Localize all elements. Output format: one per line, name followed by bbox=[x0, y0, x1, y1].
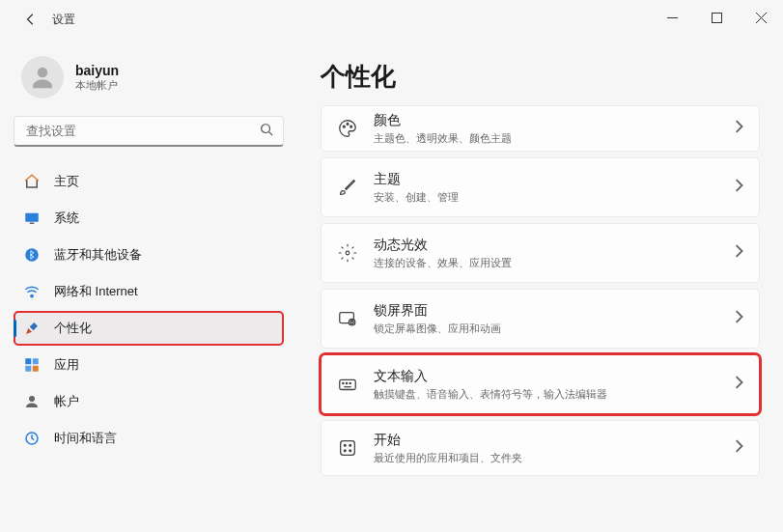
card-themes[interactable]: 主题 安装、创建、管理 bbox=[321, 157, 760, 217]
page-title: 个性化 bbox=[321, 60, 760, 94]
chevron-right-icon bbox=[734, 179, 743, 196]
card-subtitle: 最近使用的应用和项目、文件夹 bbox=[374, 451, 720, 465]
card-subtitle: 锁定屏幕图像、应用和动画 bbox=[374, 322, 720, 336]
sidebar-item-label: 系统 bbox=[54, 210, 79, 227]
card-subtitle: 主题色、透明效果、颜色主题 bbox=[374, 131, 720, 146]
palette-icon bbox=[335, 116, 360, 141]
sidebar-item-home[interactable]: 主页 bbox=[14, 164, 284, 199]
card-subtitle: 安装、创建、管理 bbox=[374, 190, 720, 205]
sidebar-item-personalization[interactable]: 个性化 bbox=[14, 311, 284, 346]
svg-rect-7 bbox=[25, 213, 39, 222]
svg-point-10 bbox=[31, 294, 33, 296]
svg-line-6 bbox=[269, 131, 273, 135]
card-title: 动态光效 bbox=[374, 237, 720, 254]
svg-point-27 bbox=[350, 382, 350, 383]
svg-point-33 bbox=[350, 450, 351, 452]
card-dynamic-lighting[interactable]: 动态光效 连接的设备、效果、应用设置 bbox=[321, 223, 760, 283]
card-title: 颜色 bbox=[374, 112, 720, 129]
card-title: 主题 bbox=[374, 171, 720, 188]
chevron-right-icon bbox=[734, 439, 743, 457]
chevron-right-icon bbox=[734, 244, 743, 262]
svg-rect-29 bbox=[341, 441, 355, 456]
chevron-right-icon bbox=[734, 310, 743, 327]
card-lock-screen[interactable]: 锁屏界面 锁定屏幕图像、应用和动画 bbox=[321, 289, 760, 349]
apps-icon bbox=[23, 356, 41, 374]
sparkle-icon bbox=[335, 240, 360, 266]
svg-rect-8 bbox=[30, 223, 35, 225]
chevron-right-icon bbox=[734, 120, 743, 137]
card-title: 开始 bbox=[374, 432, 720, 449]
svg-point-32 bbox=[344, 450, 346, 452]
sidebar-item-accounts[interactable]: 帐户 bbox=[14, 384, 284, 419]
sidebar-item-label: 应用 bbox=[54, 356, 79, 374]
svg-point-20 bbox=[346, 251, 350, 255]
window-minimize[interactable] bbox=[650, 0, 694, 35]
bluetooth-icon bbox=[23, 246, 41, 264]
wifi-icon bbox=[23, 283, 41, 300]
svg-rect-1 bbox=[712, 13, 721, 22]
svg-point-30 bbox=[344, 444, 346, 446]
main-content: 个性化 颜色 主题色、透明效果、颜色主题 主题 bbox=[297, 39, 783, 532]
svg-rect-12 bbox=[33, 358, 39, 364]
svg-point-9 bbox=[25, 248, 39, 262]
sidebar-item-network[interactable]: 网络和 Internet bbox=[14, 274, 284, 309]
svg-point-5 bbox=[262, 124, 270, 132]
card-title: 锁屏界面 bbox=[374, 302, 720, 320]
back-button[interactable] bbox=[17, 6, 44, 33]
system-icon bbox=[23, 210, 41, 227]
card-colors[interactable]: 颜色 主题色、透明效果、颜色主题 bbox=[321, 105, 760, 152]
svg-point-4 bbox=[38, 68, 48, 78]
time-language-icon bbox=[23, 430, 41, 447]
svg-point-15 bbox=[29, 396, 35, 402]
search-input[interactable] bbox=[24, 123, 260, 139]
card-text-input[interactable]: 文本输入 触摸键盘、语音输入、表情符号等，输入法编辑器 bbox=[321, 354, 760, 414]
sidebar-item-label: 个性化 bbox=[54, 320, 92, 337]
search-icon bbox=[260, 123, 273, 140]
chevron-right-icon bbox=[734, 376, 743, 393]
svg-rect-24 bbox=[340, 379, 356, 389]
svg-rect-11 bbox=[25, 358, 31, 364]
svg-point-18 bbox=[347, 124, 349, 126]
lock-screen-icon bbox=[335, 306, 360, 331]
profile-section[interactable]: baiyun 本地帐户 bbox=[14, 48, 284, 116]
search-box[interactable] bbox=[14, 116, 284, 147]
svg-point-26 bbox=[346, 382, 347, 383]
window-close[interactable] bbox=[739, 0, 783, 35]
sidebar: baiyun 本地帐户 主页 系统 bbox=[0, 39, 297, 532]
brush-icon bbox=[335, 175, 360, 200]
sidebar-item-label: 蓝牙和其他设备 bbox=[54, 246, 142, 264]
card-start[interactable]: 开始 最近使用的应用和项目、文件夹 bbox=[321, 420, 760, 476]
sidebar-item-label: 网络和 Internet bbox=[54, 283, 138, 300]
svg-point-31 bbox=[350, 444, 351, 446]
sidebar-item-label: 主页 bbox=[54, 173, 79, 190]
sidebar-item-apps[interactable]: 应用 bbox=[14, 348, 284, 382]
sidebar-item-system[interactable]: 系统 bbox=[14, 201, 284, 236]
svg-rect-14 bbox=[33, 366, 39, 372]
sidebar-item-label: 帐户 bbox=[54, 393, 79, 410]
profile-subtitle: 本地帐户 bbox=[75, 78, 119, 93]
profile-name: baiyun bbox=[75, 63, 119, 78]
svg-point-19 bbox=[350, 126, 352, 127]
svg-point-17 bbox=[343, 126, 345, 127]
start-icon bbox=[335, 435, 360, 461]
accounts-icon bbox=[23, 393, 41, 410]
sidebar-item-bluetooth[interactable]: 蓝牙和其他设备 bbox=[14, 238, 284, 272]
nav-list: 主页 系统 蓝牙和其他设备 网络和 Internet bbox=[14, 164, 284, 456]
card-subtitle: 连接的设备、效果、应用设置 bbox=[374, 256, 720, 270]
settings-card-list: 颜色 主题色、透明效果、颜色主题 主题 安装、创建、管理 bbox=[321, 105, 760, 457]
keyboard-icon bbox=[335, 372, 360, 397]
card-subtitle: 触摸键盘、语音输入、表情符号等，输入法编辑器 bbox=[374, 387, 720, 402]
svg-rect-13 bbox=[25, 366, 31, 372]
avatar bbox=[21, 56, 64, 98]
home-icon bbox=[23, 173, 41, 190]
sidebar-item-time-language[interactable]: 时间和语言 bbox=[14, 421, 284, 456]
card-title: 文本输入 bbox=[374, 368, 720, 385]
app-title: 设置 bbox=[52, 12, 75, 28]
sidebar-item-label: 时间和语言 bbox=[54, 430, 117, 447]
svg-point-25 bbox=[343, 382, 344, 383]
window-maximize[interactable] bbox=[694, 0, 739, 35]
titlebar: 设置 bbox=[0, 0, 783, 39]
personalization-icon bbox=[23, 320, 41, 337]
